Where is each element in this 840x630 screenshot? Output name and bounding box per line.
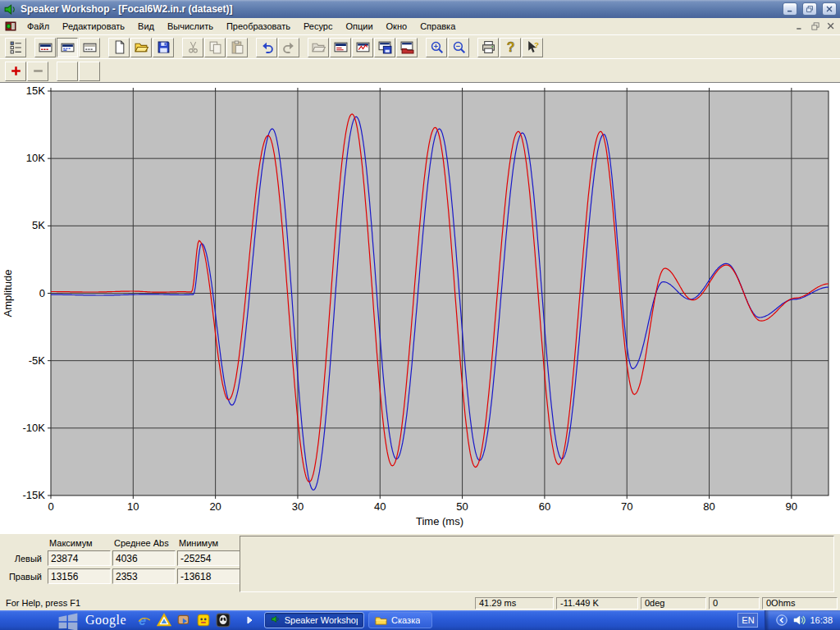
bar-view-1-button[interactable]: [34, 38, 56, 57]
copy-button[interactable]: [204, 38, 226, 57]
dataset-document-icon: [4, 20, 17, 33]
mdi-restore-button[interactable]: [808, 21, 822, 33]
restore-button[interactable]: [802, 2, 817, 16]
redo-button[interactable]: [278, 38, 299, 57]
x-tick-label: 70: [621, 500, 632, 513]
about-help-button[interactable]: ?: [500, 38, 521, 57]
quick-launch-expander[interactable]: [243, 614, 256, 627]
properties-window-icon: [334, 40, 348, 54]
undo-icon: [260, 40, 274, 54]
cut-button[interactable]: [182, 38, 203, 57]
svg-text:?: ?: [534, 40, 539, 49]
zoom-out-button[interactable]: [448, 38, 469, 57]
bar-view-3-button[interactable]: [79, 38, 100, 57]
y-tick-label: 0: [39, 287, 45, 299]
x-tick-label: 80: [703, 500, 714, 513]
menu-item-options[interactable]: Опции: [339, 20, 379, 33]
save-window-icon: [378, 40, 392, 54]
stats-value-1-0[interactable]: 13156: [48, 568, 111, 584]
speaker-workshop-task[interactable]: Speaker Workshop - [...: [264, 612, 364, 628]
stats-header-2: Минимум: [177, 538, 240, 548]
status-panel-cursor-amplitude: -11.449 K: [556, 597, 638, 609]
status-panel-cursor-sample: 0: [709, 597, 760, 609]
tray-collapse-icon[interactable]: [775, 614, 788, 627]
blank-2-button[interactable]: [79, 62, 100, 81]
speaker-app-icon: [271, 614, 281, 627]
print-icon: [482, 40, 495, 54]
menu-item-transform[interactable]: Преобразовать: [220, 20, 297, 33]
open-dataset-button[interactable]: [308, 38, 329, 57]
title-bar: Speaker Workshop - [Focal6W2.in.r (datas…: [0, 0, 840, 18]
bar-view-1-icon: [39, 40, 52, 54]
export-window-button[interactable]: [396, 38, 418, 57]
curve-toolbar: [0, 58, 840, 82]
quick-launch-bar: e: [136, 612, 231, 628]
close-button[interactable]: [822, 2, 837, 16]
redo-icon: [282, 40, 296, 54]
stats-value-0-2[interactable]: -25254: [177, 550, 240, 566]
open-file-icon: [135, 40, 148, 54]
x-tick-label: 60: [539, 500, 550, 513]
outline-view-icon: [9, 40, 23, 54]
bar-view-3-icon: [83, 40, 97, 54]
mdi-minimize-button[interactable]: [792, 21, 806, 33]
minimize-button[interactable]: [783, 2, 797, 16]
status-bar: For Help, press F1 41.29 ms-11.449 K0deg…: [0, 596, 840, 610]
internet-explorer-icon[interactable]: e: [136, 612, 153, 628]
print-button[interactable]: [477, 38, 499, 57]
secondary-panel: [240, 536, 834, 592]
triangle-app-icon[interactable]: [156, 612, 172, 628]
menu-item-edit[interactable]: Редактировать: [56, 20, 131, 33]
x-tick-label: 40: [374, 500, 386, 513]
menu-item-window[interactable]: Окно: [380, 20, 414, 33]
qip-messenger-icon[interactable]: [195, 612, 212, 628]
save-file-button[interactable]: [153, 38, 174, 57]
alien-app-icon[interactable]: [215, 612, 231, 628]
context-help-button[interactable]: ?: [522, 38, 543, 57]
system-tray: 16:38: [765, 610, 840, 630]
bar-view-2-button[interactable]: [57, 38, 78, 57]
stats-row-label-1: Правый: [7, 572, 46, 582]
menu-item-resource[interactable]: Ресурс: [297, 20, 339, 33]
menu-item-help[interactable]: Справка: [413, 20, 462, 33]
y-tick-label: -10K: [23, 422, 46, 434]
open-file-button[interactable]: [130, 38, 152, 57]
x-tick-label: 20: [209, 500, 221, 513]
menu-item-calculate[interactable]: Вычислить: [161, 20, 220, 33]
skazka-task[interactable]: Сказка: [368, 612, 432, 628]
waveform-chart[interactable]: 010203040506070809015K10K5K0-5K-10K-15KT…: [0, 83, 840, 534]
window-title: Speaker Workshop - [Focal6W2.in.r (datas…: [21, 3, 778, 15]
x-tick-label: 10: [127, 500, 139, 513]
menu-items: ФайлРедактироватьВидВычислитьПреобразова…: [21, 20, 462, 33]
properties-window-button[interactable]: [330, 38, 351, 57]
zoom-in-button[interactable]: [426, 38, 447, 57]
chart-window-button[interactable]: [352, 38, 373, 57]
google-deskbar-label: Google: [85, 613, 126, 628]
blank-2-icon: [83, 64, 97, 78]
volume-icon[interactable]: [792, 614, 806, 627]
messenger-app-icon[interactable]: [176, 612, 192, 628]
stats-value-1-1[interactable]: 2353: [112, 568, 176, 584]
blank-1-button[interactable]: [57, 62, 78, 81]
menu-item-file[interactable]: Файл: [21, 20, 56, 33]
open-dataset-icon: [312, 40, 326, 54]
language-indicator[interactable]: EN: [737, 613, 758, 628]
undo-button[interactable]: [256, 38, 277, 57]
new-document-button[interactable]: [108, 38, 130, 57]
paste-button[interactable]: [226, 38, 248, 57]
menu-item-view[interactable]: Вид: [131, 20, 161, 33]
google-deskbar[interactable]: Google: [0, 611, 136, 629]
chart-client-area: 010203040506070809015K10K5K0-5K-10K-15KT…: [0, 82, 840, 533]
remove-curve-button[interactable]: [27, 62, 48, 81]
zoom-out-icon: [452, 40, 466, 54]
outline-view-button[interactable]: [5, 38, 26, 57]
mdi-close-button[interactable]: [824, 21, 838, 33]
stats-value-0-0[interactable]: 23874: [48, 550, 111, 566]
save-file-icon: [157, 40, 171, 54]
task-button-label: Сказка: [391, 615, 420, 625]
add-curve-button[interactable]: [5, 62, 26, 81]
save-window-button[interactable]: [374, 38, 395, 57]
stats-value-1-2[interactable]: -13618: [177, 568, 240, 584]
stats-value-0-1[interactable]: 4036: [112, 550, 176, 566]
stats-row-label-0: Левый: [7, 554, 46, 564]
